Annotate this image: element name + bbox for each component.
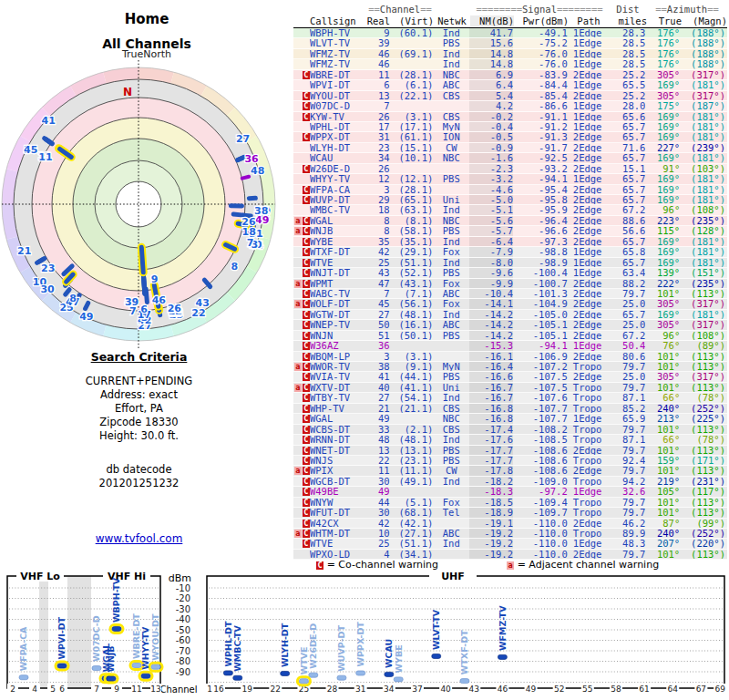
signal-bar: WMBC-TV <box>232 624 242 680</box>
cell-cc: WGAL <box>310 216 366 225</box>
signal-bar: WYBE <box>394 644 404 682</box>
cell-cm: 65.8 <box>608 247 646 256</box>
table-row: CWVIA-TV41(44.1)PBS-16.6-107.52Edge25.03… <box>293 372 727 382</box>
cell-cnm: -17.6 <box>469 435 513 444</box>
cell-cpa: Tropo <box>568 435 608 444</box>
tvfool-link[interactable]: www.tvfool.com <box>96 532 183 545</box>
table-row: CWPPX-DT31(61.1)ION-0.5-91.32Edge65.7169… <box>293 132 727 142</box>
cell-cpa: 2Edge <box>568 226 608 235</box>
cell-cr: 45 <box>366 299 390 308</box>
cell-cn: Ind <box>433 310 469 319</box>
cell-cn: PBS <box>433 456 469 465</box>
warning-flags: C <box>293 446 310 455</box>
cell-cn: NBC <box>433 216 469 225</box>
cell-cnm: -16.4 <box>469 362 513 371</box>
cell-cm: 85.2 <box>608 404 646 413</box>
svg-text:49: 49 <box>79 311 93 323</box>
adjacent-channel-icon: a <box>294 217 302 225</box>
cell-ct: 101° <box>645 352 680 361</box>
cell-cg: (108°) <box>680 205 727 214</box>
co-channel-icon: C <box>303 71 310 79</box>
cell-cpa: 2Edge <box>568 164 608 173</box>
cell-cr: 38 <box>366 362 390 371</box>
cell-cnm: -14.2 <box>469 331 513 340</box>
svg-text:2: 2 <box>10 685 15 694</box>
table-row: CW49BE49-18.3-97.21Edge32.6105°(117°) <box>293 487 727 497</box>
cell-ct: 305° <box>645 372 680 381</box>
adjacent-channel-icon: a <box>294 300 302 308</box>
signal-bar: WCAU <box>384 639 394 677</box>
cell-cv: (6.1) <box>390 80 434 89</box>
svg-text:37: 37 <box>412 685 422 694</box>
cell-cv: (68.1) <box>390 508 434 517</box>
svg-text:9: 9 <box>151 273 159 285</box>
svg-text:4: 4 <box>32 685 37 694</box>
co-channel-icon: C <box>303 530 310 538</box>
cell-cr: 49 <box>366 414 390 423</box>
cell-cr: 30 <box>366 508 390 517</box>
cell-cn: ION <box>433 132 469 141</box>
cell-cpa: 2Edge <box>568 446 608 455</box>
cell-cnm: 15.6 <box>469 38 513 47</box>
cell-cc: WMBC-TV <box>310 205 366 214</box>
svg-text:WUVP-DT: WUVP-DT <box>336 625 346 672</box>
cell-cg: (113°) <box>680 362 727 371</box>
cell-cm: 92.4 <box>608 456 646 465</box>
cell-cpa: 2Edge <box>568 310 608 319</box>
cell-cm: 87.1 <box>608 393 646 402</box>
co-channel-icon: C <box>303 259 310 267</box>
cell-cnm: -19.1 <box>469 519 513 528</box>
warning-flags: C <box>293 101 310 110</box>
cell-cp: -100.7 <box>513 279 568 288</box>
cell-cr: 44 <box>366 498 390 507</box>
warning-flags: C <box>293 487 310 496</box>
svg-text:55: 55 <box>582 685 592 694</box>
svg-text:WBPH-TV: WBPH-TV <box>112 577 122 623</box>
cell-cr: 49 <box>366 487 390 496</box>
search-line: Zipcode 18330 <box>0 416 278 429</box>
cell-cp: -95.4 <box>513 185 568 194</box>
col-callsign: Callsign <box>310 15 366 26</box>
cell-cn: CW <box>433 143 469 152</box>
cell-cv: (27.1) <box>390 529 434 538</box>
cell-cn: Ind <box>433 539 469 548</box>
cell-ct: 66° <box>645 435 680 444</box>
co-channel-icon: C <box>303 165 310 173</box>
cell-ct: 219° <box>645 477 680 486</box>
table-row: CWRNN-DT48(48.1)Ind-17.6-108.5Tropo87.16… <box>293 435 727 445</box>
svg-text:67: 67 <box>696 685 706 694</box>
cell-cnm: -5.7 <box>469 226 513 235</box>
cell-ct: 175° <box>645 101 680 110</box>
cell-cg: (113°) <box>680 289 727 298</box>
cell-cg: (103°) <box>680 164 727 173</box>
cell-cr: 33 <box>366 425 390 434</box>
cell-cr: 27 <box>366 393 390 402</box>
cell-cr: 3 <box>366 352 390 361</box>
cell-cnm: -14.1 <box>469 299 513 308</box>
table-row: CWGAL49NBC-16.8-107.71Edge65.9213°(225°) <box>293 414 727 424</box>
cell-cp: -100.4 <box>513 268 568 277</box>
co-channel-icon: C <box>303 300 310 308</box>
cell-cp: -91.7 <box>513 143 568 152</box>
warning-flags <box>293 80 310 89</box>
cell-cc: WPHL-DT <box>310 122 366 131</box>
cell-cc: WBPH-TV <box>310 28 366 37</box>
table-row: CWHP-TV21(21.1)CBS-16.8-107.7Tropo85.224… <box>293 404 727 414</box>
cell-cm: 65.7 <box>608 185 646 194</box>
cell-cc: WBQM-LP <box>310 352 366 361</box>
table-row: aCWNJB8(58.1)PBS-5.7-96.62Edge56.6115°(1… <box>293 226 727 236</box>
cell-cr: 25 <box>366 539 390 548</box>
cell-cn: ABC <box>433 289 469 298</box>
cell-cpa: Tropo <box>568 393 608 402</box>
cell-ct: 169° <box>645 247 680 256</box>
cell-cpa: 2Edge <box>568 289 608 298</box>
cell-cp: -101.3 <box>513 289 568 298</box>
svg-text:43: 43 <box>196 297 210 309</box>
cell-cg: (113°) <box>680 508 727 517</box>
cell-cv <box>390 341 434 350</box>
cell-cpa: 1Edge <box>568 80 608 89</box>
cell-cn: MyN <box>433 362 469 371</box>
cell-cnm: 14.8 <box>469 49 513 58</box>
cell-cp: -110.0 <box>513 519 568 528</box>
cell-cc: WTXF-DT <box>310 247 366 256</box>
